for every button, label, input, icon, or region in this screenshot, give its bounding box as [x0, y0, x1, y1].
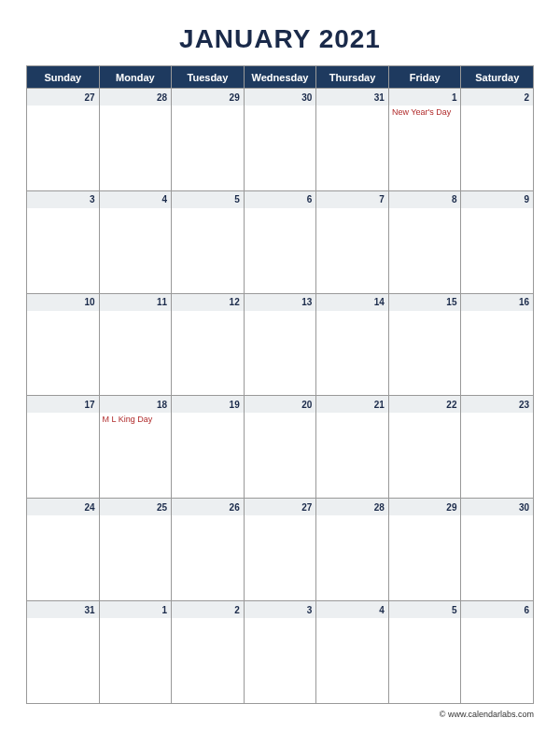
day-header: Saturday	[460, 65, 533, 88]
day-cell: 27	[244, 498, 316, 600]
day-cell: 18M L King Day	[99, 395, 172, 498]
day-cell: 2	[171, 600, 244, 703]
day-number: 1	[389, 89, 461, 106]
week-row: 24 25 26 27 28 29 30	[26, 498, 533, 600]
day-cell: 12	[171, 293, 244, 396]
day-event	[100, 106, 172, 109]
day-event	[172, 208, 244, 212]
day-number: 16	[461, 294, 533, 311]
day-number: 20	[245, 396, 316, 413]
day-cell: 23	[460, 395, 533, 498]
day-cell: 16	[460, 293, 533, 396]
day-number: 8	[389, 191, 461, 208]
day-number: 5	[389, 601, 461, 618]
day-number: 30	[461, 499, 533, 515]
day-event	[100, 208, 172, 212]
day-event	[316, 413, 388, 416]
day-event	[100, 515, 172, 519]
day-event	[389, 311, 461, 315]
day-cell: 7	[315, 190, 388, 293]
day-event	[461, 413, 533, 416]
day-event	[316, 618, 388, 622]
day-number: 26	[172, 499, 244, 515]
day-number: 27	[245, 499, 316, 515]
day-cell: 30	[460, 498, 533, 600]
day-cell: 19	[171, 395, 244, 498]
day-event	[461, 515, 533, 519]
day-cell: 13	[244, 293, 316, 396]
day-event	[27, 106, 99, 109]
day-cell: 22	[388, 395, 461, 498]
day-number: 4	[316, 601, 388, 618]
day-cell: 6	[244, 190, 316, 293]
day-cell: 5	[388, 600, 461, 703]
day-number: 17	[27, 396, 99, 413]
day-event: M L King Day	[100, 413, 172, 427]
day-event	[389, 515, 461, 519]
day-cell: 26	[171, 498, 244, 600]
day-number: 22	[389, 396, 461, 413]
day-cell: 8	[388, 190, 461, 293]
day-event	[316, 311, 388, 315]
day-number: 11	[100, 294, 172, 311]
day-header: Friday	[388, 65, 461, 88]
day-event: New Year's Day	[389, 106, 461, 120]
day-event	[172, 413, 244, 416]
day-event	[389, 208, 461, 212]
day-event	[316, 515, 388, 519]
day-cell: 31	[315, 88, 388, 190]
day-header: Wednesday	[244, 65, 316, 88]
day-number: 6	[461, 601, 533, 618]
day-event	[172, 106, 244, 109]
calendar-grid: Sunday Monday Tuesday Wednesday Thursday…	[26, 65, 534, 704]
day-event	[461, 618, 533, 622]
day-number: 4	[100, 191, 172, 208]
day-event	[27, 413, 99, 416]
day-number: 29	[172, 89, 244, 106]
day-event	[316, 208, 388, 212]
day-number: 31	[27, 601, 99, 618]
day-number: 24	[27, 499, 99, 515]
day-cell: 21	[315, 395, 388, 498]
day-cell: 4	[315, 600, 388, 703]
day-number: 1	[100, 601, 172, 618]
day-cell: 24	[26, 498, 99, 600]
day-event	[27, 311, 99, 315]
week-row: 17 18M L King Day 19 20 21 22 23	[26, 395, 533, 498]
day-cell: 1	[99, 600, 172, 703]
day-cell: 11	[99, 293, 172, 396]
day-cell: 15	[388, 293, 461, 396]
day-cell: 25	[99, 498, 172, 600]
day-event	[461, 311, 533, 315]
day-cell: 29	[388, 498, 461, 600]
day-cell: 30	[244, 88, 316, 190]
day-event	[389, 618, 461, 622]
day-event	[172, 618, 244, 622]
day-cell: 14	[315, 293, 388, 396]
day-cell: 17	[26, 395, 99, 498]
day-number: 18	[100, 396, 172, 413]
week-row: 3 4 5 6 7 8 9	[26, 190, 533, 293]
day-event	[245, 413, 316, 416]
calendar-title: JANUARY 2021	[26, 19, 534, 65]
day-number: 19	[172, 396, 244, 413]
day-number: 10	[27, 294, 99, 311]
day-cell: 28	[315, 498, 388, 600]
day-cell: 1New Year's Day	[388, 88, 461, 190]
day-event	[245, 311, 316, 315]
day-event	[461, 106, 533, 109]
day-number: 3	[27, 191, 99, 208]
day-cell: 9	[460, 190, 533, 293]
day-cell: 29	[171, 88, 244, 190]
day-number: 25	[100, 499, 172, 515]
day-cell: 4	[99, 190, 172, 293]
day-number: 30	[245, 89, 316, 106]
day-number: 23	[461, 396, 533, 413]
day-event	[245, 106, 316, 109]
day-cell: 5	[171, 190, 244, 293]
day-event	[27, 618, 99, 622]
week-row: 27 28 29 30 31 1New Year's Day 2	[26, 88, 533, 190]
day-event	[172, 515, 244, 519]
day-event	[27, 515, 99, 519]
day-number: 6	[245, 191, 316, 208]
